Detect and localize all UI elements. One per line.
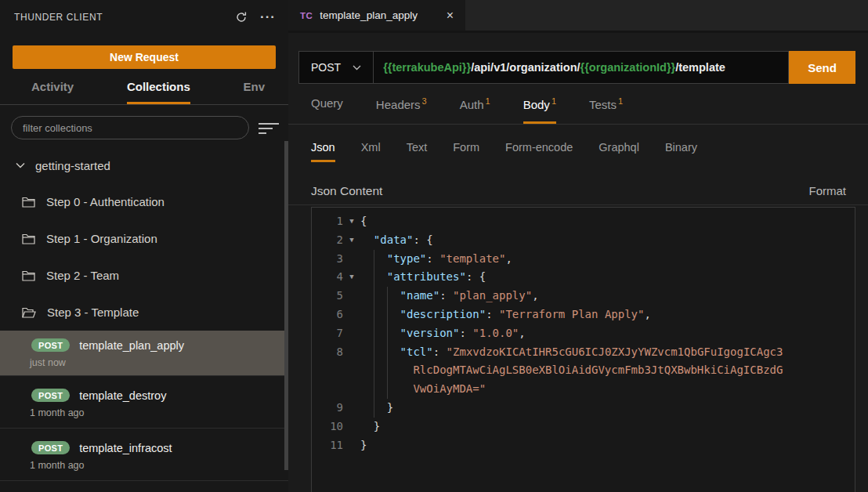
format-button[interactable]: Format [808,184,846,197]
json-editor[interactable]: 1▼{2▼ "data": {3 "type": "template",4▼ "… [311,207,855,492]
folder-icon [22,270,35,281]
folder-icon [22,197,35,208]
code-token [360,345,400,358]
indent-guide [374,343,374,362]
sort-icon[interactable] [259,121,279,134]
body-tab-text[interactable]: Text [407,141,428,162]
method-dropdown[interactable]: POST [299,52,374,83]
folder-open-icon [22,307,36,318]
indent-guide [374,324,374,343]
code-token: { [360,215,367,227]
line-number [312,380,343,399]
request-template-infracost[interactable]: POSTtemplate_infracost1 month ago [0,428,288,481]
indent-guide [374,250,374,269]
request-name: template_infracost [79,442,172,454]
url-input[interactable]: {{terrakubeApi}}/api/v1/organization/{{o… [374,61,735,74]
thunder-client-window: THUNDER CLIENT ··· New Request ActivityC… [0,0,868,492]
url-box: POST {{terrakubeApi}}/api/v1/organizatio… [298,51,789,84]
indent-guide [387,380,388,399]
refresh-icon[interactable] [235,11,248,24]
new-request-button[interactable]: New Request [13,45,276,69]
code-token: } [360,401,393,414]
more-icon[interactable]: ··· [260,13,276,21]
line-number: 10 [312,418,343,436]
fold-gutter [343,361,360,380]
request-name: template_destroy [79,389,166,402]
body-tab-xml[interactable]: Xml [361,141,381,162]
code-token: VwOiAyMDA=" [413,382,486,395]
request-template-destroy[interactable]: POSTtemplate_destroy1 month ago [0,375,288,428]
code-line: 1▼{ [312,212,855,231]
indent-guide [374,399,374,418]
code-token: "version" [400,327,460,339]
fold-icon[interactable]: ▼ [343,268,360,287]
code-token: : [459,327,472,339]
code-text: RlcDogMTAwCiAgLSB0eXBlOiAidGVycmFmb3JtQX… [360,361,855,380]
folder-step-0-authentication[interactable]: Step 0 - Authentication [0,183,288,220]
tab-count: 1 [552,96,556,106]
code-token: } [360,420,380,432]
request-template-plan-apply[interactable]: POSTtemplate_plan_applyjust now [0,331,288,375]
code-line: 2▼ "data": { [312,231,855,250]
fold-gutter [343,436,360,455]
fold-icon[interactable]: ▼ [343,231,360,250]
sidebar-tab-env[interactable]: Env [243,80,265,104]
code-token: , [505,252,512,265]
method-badge: POST [31,338,70,352]
code-token: "plan_apply" [453,289,532,302]
code-token [360,289,400,302]
folder-label: Step 0 - Authentication [46,195,165,208]
line-number: 11 [312,436,343,455]
indent-guide [374,306,374,324]
folder-step-1-organization[interactable]: Step 1 - Organization [0,220,288,257]
chevron-down-icon [16,162,25,168]
indent-guide [387,306,388,324]
code-token: "attributes" [387,270,466,283]
fold-icon[interactable]: ▼ [343,212,360,231]
tab-headers[interactable]: Headers3 [376,96,427,124]
code-token: "name" [400,289,440,302]
body-tab-binary[interactable]: Binary [665,141,697,162]
sidebar-tab-activity[interactable]: Activity [31,80,74,104]
code-token: : [433,345,447,358]
tab-tests[interactable]: Tests1 [589,96,623,124]
code-text: "description": "Terraform Plan Apply", [360,306,855,324]
tab-body[interactable]: Body1 [523,96,556,124]
collection-getting-started[interactable]: getting-started [0,147,288,183]
body-tab-json[interactable]: Json [311,141,335,162]
code-token: RlcDogMTAwCiAgLSB0eXBlOiAidGVycmFmb3JtQX… [413,364,783,376]
code-token: : [486,308,499,320]
body-tab-form-encode[interactable]: Form-encode [505,141,573,162]
fold-gutter [343,306,360,324]
folder-step-2-team[interactable]: Step 2 - Team [0,257,288,294]
json-content-label: Json Content [311,184,382,198]
body-tab-form[interactable]: Form [453,141,479,162]
tab-auth[interactable]: Auth1 [460,96,490,124]
method-badge: POST [31,389,70,402]
line-number: 5 [312,287,343,306]
code-text: } [360,436,855,455]
editor-tab[interactable]: TC template_plan_apply × [288,0,465,31]
code-line: 10 } [312,418,855,436]
code-text: VwOiAyMDA=" [360,380,855,399]
method-label: POST [311,61,341,74]
code-text: { [360,212,855,231]
code-line: VwOiAyMDA=" [312,380,855,399]
code-line: 11} [312,436,855,455]
code-line: 9 } [312,399,855,418]
tab-query[interactable]: Query [311,96,343,124]
json-editor-wrap: 1▼{2▼ "data": {3 "type": "template",4▼ "… [288,205,868,492]
folder-step-3-template[interactable]: Step 3 - Template [0,294,288,331]
indent-guide [374,380,374,399]
sidebar-tab-collections[interactable]: Collections [127,80,190,104]
code-token: "Terraform Plan Apply" [499,308,644,320]
body-tab-graphql[interactable]: Graphql [599,141,639,162]
folder-label: Step 2 - Team [46,269,119,282]
close-icon[interactable]: × [444,9,456,23]
url-path: /template [675,61,725,74]
send-button[interactable]: Send [789,51,855,84]
thunder-sidebar: THUNDER CLIENT ··· New Request ActivityC… [0,0,288,492]
code-token: "ZmxvdzoKICAtIHR5cGU6ICJ0ZXJyYWZvcm1QbGF… [447,345,783,358]
code-token [360,327,400,339]
filter-collections-input[interactable] [11,116,249,139]
